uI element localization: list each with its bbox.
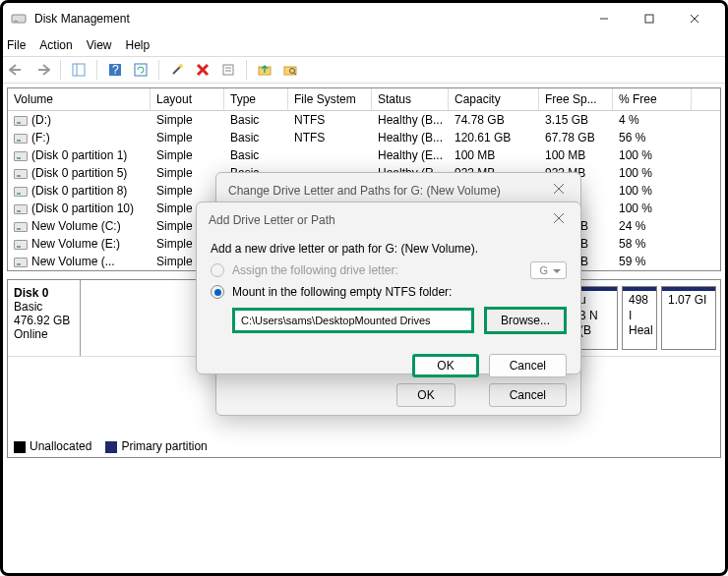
refresh-icon[interactable] [131,60,151,80]
drive-letter-dropdown[interactable]: G [530,261,567,279]
close-icon[interactable] [553,183,569,199]
disk-name: Disk 0 [14,286,48,300]
mount-folder-radio[interactable] [211,285,224,299]
cell-layout: Simple [151,164,224,182]
cell-free: 3.15 GB [539,111,613,129]
table-row[interactable]: (D:)SimpleBasicNTFSHealthy (B...74.78 GB… [8,111,720,129]
dialog-title: Add Drive Letter or Path [209,213,553,227]
delete-icon[interactable] [193,60,212,80]
cell-free: 100 MB [539,146,613,164]
header-free[interactable]: Free Sp... [539,88,613,110]
header-status[interactable]: Status [372,88,449,110]
back-icon[interactable] [7,60,27,80]
svg-rect-10 [135,64,147,76]
folder-path-input[interactable]: C:\Users\sams\DesktopMounted Drives [232,308,474,333]
partition-block[interactable]: 1.07 GI [661,286,716,350]
cell-volume: New Volume (C:) [31,219,121,233]
cell-layout: Simple [151,129,224,146]
folder-up-icon[interactable] [255,60,274,80]
cell-volume: (D:) [31,113,51,127]
minimize-button[interactable] [581,3,627,34]
svg-rect-15 [223,65,233,75]
cell-layout: Simple [151,182,224,200]
browse-button[interactable]: Browse... [484,307,567,334]
cell-fs: NTFS [288,111,372,129]
header-type[interactable]: Type [224,88,288,110]
cell-cap: 100 MB [449,146,539,164]
ok-button[interactable]: OK [412,354,478,377]
table-row[interactable]: (F:)SimpleBasicNTFSHealthy (B...120.61 G… [8,129,720,146]
table-row[interactable]: (Disk 0 partition 1)SimpleBasicHealthy (… [8,146,720,164]
cancel-button[interactable]: Cancel [489,354,567,377]
cell-volume: New Volume (E:) [31,237,120,251]
cell-type: Basic [224,129,288,146]
disk-size: 476.92 GB [14,314,70,327]
disk-type: Basic [14,300,42,314]
header-filesystem[interactable]: File System [288,88,372,110]
assign-letter-label: Assign the following drive letter: [232,263,398,277]
svg-text:?: ? [112,63,119,77]
mount-folder-label: Mount in the following empty NTFS folder… [232,285,452,299]
svg-point-12 [179,64,183,68]
cell-type: Basic [224,146,288,164]
cell-pfree: 59 % [613,253,692,270]
cell-volume: (Disk 0 partition 5) [31,166,127,180]
legend: Unallocated Primary partition [14,439,208,453]
cell-status: Healthy (B... [372,111,449,129]
cell-pfree: 24 % [613,217,692,235]
cell-volume: (Disk 0 partition 10) [31,202,134,215]
cell-volume: New Volume (... [31,255,115,268]
window-title: Disk Management [34,12,581,26]
cell-cap: 74.78 GB [449,111,539,129]
menu-file[interactable]: File [7,38,26,52]
cell-type: Basic [224,111,288,129]
add-drive-letter-dialog: Add Drive Letter or Path Add a new drive… [196,202,581,374]
folder-search-icon[interactable] [280,60,300,80]
table-header: Volume Layout Type File System Status Ca… [8,88,720,111]
legend-primary: Primary partition [121,439,207,453]
help-icon[interactable]: ? [105,60,125,80]
dialog-intro: Add a new drive letter or path for G: (N… [211,242,567,256]
assign-letter-radio[interactable] [211,263,224,277]
title-bar: Disk Management [3,3,725,34]
cell-layout: Simple [151,111,224,129]
cell-pfree: 100 % [613,164,692,182]
dialog-title: Change Drive Letter and Paths for G: (Ne… [228,184,553,198]
cell-pfree: 58 % [613,235,692,253]
app-icon [11,11,27,27]
close-button[interactable] [672,3,717,34]
menu-view[interactable]: View [87,38,112,52]
cell-fs: NTFS [288,129,372,146]
maximize-button[interactable] [627,3,672,34]
cell-layout: Simple [151,146,224,164]
toolbar: ? [3,56,725,84]
cell-pfree: 56 % [613,129,692,146]
header-pfree[interactable]: % Free [613,88,692,110]
cell-pfree: 100 % [613,182,692,200]
menu-action[interactable]: Action [39,38,72,52]
svg-rect-1 [14,21,18,22]
header-volume[interactable]: Volume [8,88,151,110]
cell-pfree: 4 % [613,111,692,129]
wand-icon[interactable] [167,60,187,80]
close-icon[interactable] [553,212,569,228]
header-layout[interactable]: Layout [151,88,224,110]
cell-pfree: 100 % [613,200,692,217]
header-capacity[interactable]: Capacity [449,88,539,110]
cell-cap: 120.61 GB [449,129,539,146]
menu-help[interactable]: Help [126,38,151,52]
svg-rect-3 [645,15,653,23]
cell-volume: (F:) [31,131,50,144]
legend-unallocated: Unallocated [30,439,91,453]
show-hide-icon[interactable] [69,60,89,80]
cell-free: 67.78 GB [539,129,613,146]
cell-pfree: 100 % [613,146,692,164]
partition-block[interactable]: 498 IHeal [622,286,657,350]
cell-status: Healthy (E... [372,146,449,164]
cell-volume: (Disk 0 partition 1) [31,148,127,162]
disk-info[interactable]: Disk 0 Basic 476.92 GB Online [8,280,81,356]
svg-rect-6 [73,64,85,76]
forward-icon[interactable] [32,60,52,80]
disk-status: Online [14,327,48,341]
properties-icon[interactable] [218,60,238,80]
